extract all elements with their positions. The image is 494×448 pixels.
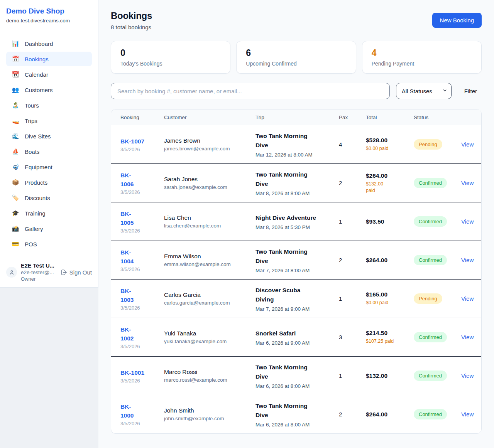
trip-name: Discover Scuba Diving <box>255 286 334 304</box>
new-booking-button[interactable]: New Booking <box>432 13 482 28</box>
customer-email: john.smith@example.com <box>164 416 251 421</box>
status-cell: Confirmed <box>414 255 461 265</box>
booking-id-link[interactable]: BK- 1006 <box>120 171 134 189</box>
total-amount: $264.00 <box>366 257 409 264</box>
view-link[interactable]: View <box>461 257 474 263</box>
booking-id-link[interactable]: BK- 1002 <box>120 325 134 343</box>
column-header-booking: Booking <box>111 115 164 120</box>
customer-cell: Marco Rossimarco.rossi@example.com <box>164 369 255 383</box>
view-link[interactable]: View <box>461 411 474 418</box>
package-icon: 📦 <box>12 179 19 186</box>
sidebar-item-label: Products <box>25 179 47 186</box>
booking-id-link[interactable]: BK-1001 <box>120 368 144 377</box>
user-meta: E2E Test U... e2e-tester@... Owner <box>21 263 57 282</box>
sidebar-item-products[interactable]: 📦Products <box>6 175 92 190</box>
stat-label: Today's Bookings <box>120 61 221 67</box>
filter-button[interactable]: Filter <box>464 88 477 94</box>
booking-cell: BK- 10043/5/2026 <box>111 248 164 272</box>
pax-cell: 2 <box>339 411 366 418</box>
view-link[interactable]: View <box>461 295 474 302</box>
sidebar-item-gallery[interactable]: 📸Gallery <box>6 221 92 236</box>
booking-cell: BK- 10063/5/2026 <box>111 171 164 195</box>
table-header-row: Booking Customer Trip Pax Total Status <box>111 109 481 125</box>
trip-name: Two Tank Morning Dive <box>255 131 334 150</box>
status-badge: Confirmed <box>414 332 447 342</box>
total-cell: $264.00 <box>366 411 414 418</box>
booking-cell: BK- 10003/5/2026 <box>111 402 164 426</box>
trip-datetime: Mar 8, 2026 at 5:30 PM <box>255 224 334 230</box>
diving-mask-icon: 🤿 <box>12 163 19 170</box>
sidebar-item-label: Gallery <box>25 226 43 232</box>
sign-out-button[interactable]: Sign Out <box>61 269 92 276</box>
sidebar-item-label: Calendar <box>25 71 48 78</box>
table-row: BK- 10063/5/2026 Sarah Jonessarah.jones@… <box>111 163 481 202</box>
booking-id-link[interactable]: BK- 1003 <box>120 286 134 304</box>
paid-amount: $0.00 paid <box>366 145 409 152</box>
shop-domain: demo.test.divestreams.com <box>6 18 92 24</box>
sidebar-item-label: Equipment <box>25 164 52 170</box>
booking-cell: BK- 10033/5/2026 <box>111 286 164 311</box>
stat-card-todays-bookings: 0 Today's Bookings <box>111 41 230 74</box>
booking-id-link[interactable]: BK- 1005 <box>120 209 134 227</box>
total-amount: $528.00 <box>366 137 409 144</box>
sidebar-item-equipment[interactable]: 🤿Equipment <box>6 160 92 174</box>
search-input[interactable] <box>111 83 390 99</box>
pax-cell: 1 <box>339 295 366 302</box>
view-link[interactable]: View <box>461 180 474 186</box>
view-link[interactable]: View <box>461 334 474 340</box>
sidebar-item-dive-sites[interactable]: 🌊Dive Sites <box>6 129 92 143</box>
sidebar-item-calendar[interactable]: 📆Calendar <box>6 67 92 82</box>
sidebar-item-label: Bookings <box>25 56 49 62</box>
sign-out-icon <box>61 269 67 276</box>
trip-datetime: Mar 7, 2026 at 9:00 AM <box>255 306 334 312</box>
view-link[interactable]: View <box>461 141 474 148</box>
booking-date: 3/5/2026 <box>120 189 159 195</box>
booking-id-link[interactable]: BK-1007 <box>120 137 144 146</box>
sidebar-item-bookings[interactable]: 📅Bookings <box>6 52 92 66</box>
customer-name: Carlos Garcia <box>164 291 251 298</box>
people-icon: 👥 <box>12 86 19 93</box>
status-cell: Confirmed <box>414 332 461 342</box>
trip-name: Two Tank Morning Dive <box>255 170 334 189</box>
sidebar-item-customers[interactable]: 👥Customers <box>6 83 92 97</box>
bookings-count: 8 total bookings <box>111 24 152 30</box>
paid-amount: $0.00 paid <box>366 300 409 306</box>
sidebar-item-pos[interactable]: 💳POS <box>6 237 92 251</box>
sidebar-item-boats[interactable]: ⛵Boats <box>6 144 92 159</box>
customer-name: Marco Rossi <box>164 369 251 376</box>
trip-datetime: Mar 12, 2026 at 8:00 AM <box>255 152 334 158</box>
status-cell: Pending <box>414 293 461 304</box>
graduation-cap-icon: 🎓 <box>12 210 19 217</box>
customer-email: marco.rossi@example.com <box>164 377 251 383</box>
status-select[interactable]: All Statuses <box>396 83 452 99</box>
table-row: BK- 10053/5/2026 Lisa Chenlisa.chen@exam… <box>111 202 481 241</box>
total-amount: $165.00 <box>366 291 409 298</box>
page-header: Bookings 8 total bookings New Booking <box>111 10 482 30</box>
trip-datetime: Mar 6, 2026 at 8:00 AM <box>255 422 334 428</box>
table-row: BK- 10023/5/2026 Yuki Tanakayuki.tanaka@… <box>111 318 481 356</box>
page-header-text: Bookings 8 total bookings <box>111 10 152 30</box>
view-link[interactable]: View <box>461 218 474 225</box>
sidebar-item-tours[interactable]: 🏝️Tours <box>6 98 92 113</box>
sidebar-item-training[interactable]: 🎓Training <box>6 206 92 221</box>
total-cell: $264.00 <box>366 257 414 264</box>
calendar-icon: 📅 <box>12 56 19 62</box>
trip-cell: Two Tank Morning DiveMar 12, 2026 at 8:0… <box>255 131 339 158</box>
pax-cell: 1 <box>339 372 366 379</box>
pax-cell: 2 <box>339 257 366 263</box>
sign-out-label: Sign Out <box>69 269 92 276</box>
sailboat-icon: ⛵ <box>12 148 19 155</box>
sidebar-item-dashboard[interactable]: 📊Dashboard <box>6 36 92 51</box>
view-link[interactable]: View <box>461 372 474 379</box>
stat-cards: 0 Today's Bookings 6 Upcoming Confirmed … <box>111 41 482 74</box>
status-badge: Pending <box>414 139 442 150</box>
booking-date: 3/5/2026 <box>120 305 159 311</box>
booking-id-link[interactable]: BK- 1004 <box>120 248 134 266</box>
sidebar-item-trips[interactable]: 🚤Trips <box>6 113 92 128</box>
status-badge: Confirmed <box>414 409 447 419</box>
customer-email: james.brown@example.com <box>164 146 251 152</box>
booking-id-link[interactable]: BK- 1000 <box>120 402 134 420</box>
customer-cell: James Brownjames.brown@example.com <box>164 137 255 152</box>
sidebar-item-discounts[interactable]: 🏷️Discounts <box>6 190 92 205</box>
customer-name: James Brown <box>164 137 251 144</box>
